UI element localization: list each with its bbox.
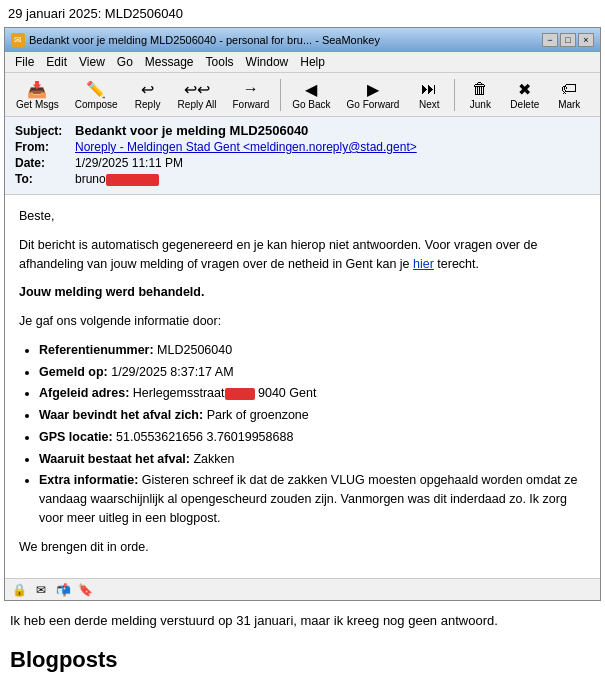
adres-redacted [225, 388, 255, 400]
page-header: 29 januari 2025: MLD2506040 [0, 0, 605, 27]
toolbar-separator-2 [454, 79, 455, 111]
subject-value: Bedankt voor je melding MLD2506040 [75, 123, 308, 138]
menu-bar: File Edit View Go Message Tools Window H… [5, 52, 600, 73]
email-app-icon: ✉ [11, 33, 25, 47]
email-greeting: Beste, [19, 207, 586, 226]
to-redacted [106, 174, 159, 186]
compose-button[interactable]: ✏️ Compose [68, 76, 125, 113]
menu-tools[interactable]: Tools [200, 53, 240, 71]
go-back-label: Go Back [292, 99, 330, 110]
title-bar-left: ✉ Bedankt voor je melding MLD2506040 - p… [11, 33, 380, 47]
menu-window[interactable]: Window [240, 53, 295, 71]
subject-label: Subject: [15, 124, 75, 138]
email-window: ✉ Bedankt voor je melding MLD2506040 - p… [4, 27, 601, 601]
list-item-referentienummer: Referentienummer: MLD2506040 [39, 341, 586, 360]
list-item-adres: Afgeleid adres: Herlegemsstraat 9040 Gen… [39, 384, 586, 403]
close-button[interactable]: × [578, 33, 594, 47]
envelope-icon: ✉ [33, 582, 49, 598]
mark-label: Mark [558, 99, 580, 110]
forward-button[interactable]: → Forward [226, 76, 277, 113]
go-back-button[interactable]: ◀ Go Back [285, 76, 337, 113]
blogposts-section: Blogposts Deel 1: https://lowagie.com/sl… [10, 647, 595, 676]
next-label: Next [419, 99, 440, 110]
mark-button[interactable]: 🏷 Mark [548, 76, 590, 113]
minimize-button[interactable]: − [542, 33, 558, 47]
next-button[interactable]: ⏭ Next [408, 76, 450, 113]
date-row: Date: 1/29/2025 11:11 PM [15, 156, 590, 170]
menu-file[interactable]: File [9, 53, 40, 71]
get-msgs-button[interactable]: 📥 Get Msgs [9, 76, 66, 113]
junk-label: Junk [470, 99, 491, 110]
list-item-gps: GPS locatie: 51.0553621656 3.76019958688 [39, 428, 586, 447]
go-forward-label: Go Forward [347, 99, 400, 110]
compose-label: Compose [75, 99, 118, 110]
status-bar: 🔒 ✉ 📬 🔖 [5, 578, 600, 600]
hier-link[interactable]: hier [413, 257, 434, 271]
reply-icon: ↩ [136, 79, 160, 99]
go-back-icon: ◀ [299, 79, 323, 99]
menu-message[interactable]: Message [139, 53, 200, 71]
from-label: From: [15, 140, 75, 154]
delete-icon: ✖ [513, 79, 537, 99]
menu-help[interactable]: Help [294, 53, 331, 71]
next-icon: ⏭ [417, 79, 441, 99]
junk-icon: 🗑 [468, 79, 492, 99]
title-bar: ✉ Bedankt voor je melding MLD2506040 - p… [5, 28, 600, 52]
go-forward-button[interactable]: ▶ Go Forward [340, 76, 407, 113]
email-body: Beste, Dit bericht is automatisch gegene… [5, 195, 600, 578]
to-value: bruno [75, 172, 159, 186]
reply-button[interactable]: ↩ Reply [127, 76, 169, 113]
menu-go[interactable]: Go [111, 53, 139, 71]
forward-label: Forward [233, 99, 270, 110]
email-info-list: Referentienummer: MLD2506040 Gemeld op: … [39, 341, 586, 528]
tag-icon: 🔖 [77, 582, 93, 598]
email-paragraph3: Je gaf ons volgende informatie door: [19, 312, 586, 331]
maximize-button[interactable]: □ [560, 33, 576, 47]
window-title: Bedankt voor je melding MLD2506040 - per… [29, 34, 380, 46]
toolbar-separator-1 [280, 79, 281, 111]
delete-button[interactable]: ✖ Delete [503, 76, 546, 113]
mark-icon: 🏷 [557, 79, 581, 99]
list-item-afval-locatie: Waar bevindt het afval zich: Park of gro… [39, 406, 586, 425]
junk-button[interactable]: 🗑 Junk [459, 76, 501, 113]
get-msgs-icon: 📥 [25, 79, 49, 99]
forward-icon: → [239, 79, 263, 99]
page-note: Ik heb een derde melding verstuurd op 31… [10, 611, 595, 631]
menu-view[interactable]: View [73, 53, 111, 71]
blogposts-title: Blogposts [10, 647, 595, 673]
email-paragraph1: Dit bericht is automatisch gegenereerd e… [19, 236, 586, 274]
from-row: From: Noreply - Meldingen Stad Gent <mel… [15, 140, 590, 154]
compose-icon: ✏️ [84, 79, 108, 99]
mailbox-icon: 📬 [55, 582, 71, 598]
from-value[interactable]: Noreply - Meldingen Stad Gent <meldingen… [75, 140, 417, 154]
reply-label: Reply [135, 99, 161, 110]
reply-all-label: Reply All [178, 99, 217, 110]
list-item-extra: Extra informatie: Gisteren schreef ik da… [39, 471, 586, 527]
reply-all-button[interactable]: ↩↩ Reply All [171, 76, 224, 113]
email-header: Subject: Bedankt voor je melding MLD2506… [5, 117, 600, 195]
toolbar: 📥 Get Msgs ✏️ Compose ↩ Reply ↩↩ Reply A… [5, 73, 600, 117]
to-label: To: [15, 172, 75, 186]
lock-icon: 🔒 [11, 582, 27, 598]
go-forward-icon: ▶ [361, 79, 385, 99]
title-bar-controls: − □ × [542, 33, 594, 47]
list-item-gemeld: Gemeld op: 1/29/2025 8:37:17 AM [39, 363, 586, 382]
page-body: Ik heb een derde melding verstuurd op 31… [0, 601, 605, 676]
menu-edit[interactable]: Edit [40, 53, 73, 71]
list-item-afval-type: Waaruit bestaat het afval: Zakken [39, 450, 586, 469]
email-closing: We brengen dit in orde. [19, 538, 586, 557]
to-row: To: bruno [15, 172, 590, 186]
get-msgs-label: Get Msgs [16, 99, 59, 110]
date-label: Date: [15, 156, 75, 170]
delete-label: Delete [510, 99, 539, 110]
subject-row: Subject: Bedankt voor je melding MLD2506… [15, 123, 590, 138]
date-value: 1/29/2025 11:11 PM [75, 156, 183, 170]
reply-all-icon: ↩↩ [185, 79, 209, 99]
email-paragraph2: Jouw melding werd behandeld. [19, 283, 586, 302]
